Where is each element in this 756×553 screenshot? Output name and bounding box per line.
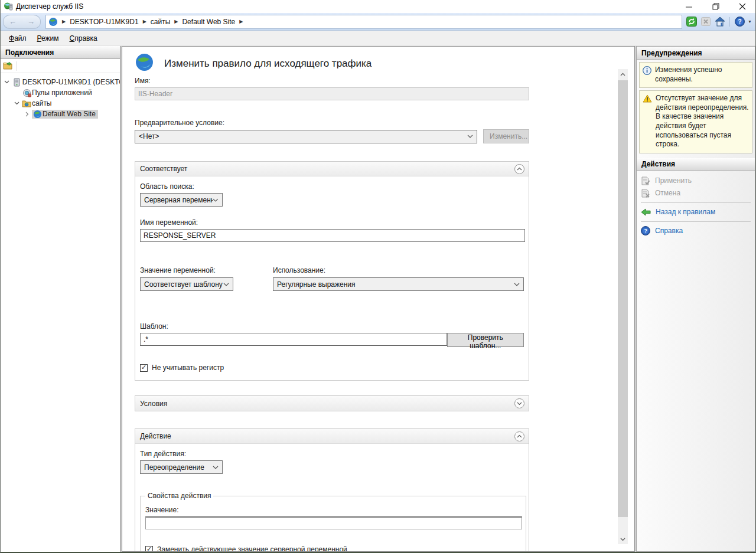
alert-warning: Отсутствует значение для действия переоп… xyxy=(639,90,752,153)
menu-bar: Файл Режим Справка xyxy=(1,31,755,46)
scope-select[interactable]: Серверная переменн xyxy=(140,193,223,207)
pattern-input[interactable] xyxy=(140,333,447,346)
variable-value-select[interactable]: Соответствует шаблону xyxy=(140,277,233,291)
svg-text:?: ? xyxy=(738,18,741,25)
restore-button[interactable] xyxy=(702,0,729,13)
breadcrumb[interactable]: ▶ DESKTOP-U1MK9D1 ▶ сайты ▶ Default Web … xyxy=(45,15,682,29)
tree-item-app-pools[interactable]: Пулы приложений xyxy=(1,87,120,98)
match-section-title: Соответствует xyxy=(140,165,187,173)
svg-text:?: ? xyxy=(644,228,647,234)
tree-item-default-web-site[interactable]: Default Web Site xyxy=(1,109,120,119)
chevron-up-icon xyxy=(517,167,522,171)
save-connection-icon[interactable] xyxy=(3,61,13,70)
help-icon: ? xyxy=(641,226,650,235)
action-section-title: Действие xyxy=(140,432,171,440)
edit-precondition-button: Изменить... xyxy=(483,129,529,143)
using-select[interactable]: Регулярные выражения xyxy=(273,277,524,291)
match-section-header[interactable]: Соответствует xyxy=(135,162,529,176)
chevron-down-icon xyxy=(517,402,522,405)
breadcrumb-separator-icon: ▶ xyxy=(62,19,66,24)
tree-item-sites[interactable]: сайты xyxy=(1,98,120,109)
page-header: Изменить правило для исходящего трафика xyxy=(135,53,618,72)
stop-icon xyxy=(701,17,711,26)
site-globe-icon xyxy=(32,110,43,119)
scrollbar-thumb[interactable] xyxy=(618,80,628,517)
close-icon xyxy=(739,3,746,10)
forward-icon[interactable]: → xyxy=(27,17,35,26)
application-pools-icon xyxy=(21,89,32,97)
refresh-icon xyxy=(686,17,697,27)
help-dropdown-icon[interactable]: ▼ xyxy=(748,19,752,24)
menu-file[interactable]: Файл xyxy=(4,32,31,44)
action-section: Действие Тип действия: Переопределение С… xyxy=(135,428,529,552)
precondition-select[interactable]: <Нет> xyxy=(135,130,477,143)
page-globe-icon xyxy=(135,53,154,72)
breadcrumb-item-site[interactable]: Default Web Site xyxy=(182,18,235,26)
minimize-button[interactable] xyxy=(676,0,702,13)
breadcrumb-item-sites[interactable]: сайты xyxy=(151,18,171,26)
replace-value-checkbox[interactable] xyxy=(145,546,153,552)
alerts-header: Предупреждения xyxy=(637,47,755,60)
scroll-up-button[interactable] xyxy=(618,69,628,79)
conditions-section-header[interactable]: Условия xyxy=(135,396,529,411)
value-label: Значение: xyxy=(145,506,522,514)
scroll-down-button[interactable] xyxy=(618,534,628,544)
connections-toolbar xyxy=(1,59,120,73)
chevron-right-icon[interactable] xyxy=(22,112,32,117)
back-icon[interactable]: ← xyxy=(9,17,17,26)
refresh-button[interactable] xyxy=(686,17,698,27)
chevron-down-icon xyxy=(620,538,625,541)
action-section-header[interactable]: Действие xyxy=(135,429,529,444)
actions-list: Применить Отмена Назад к п xyxy=(637,171,755,237)
cancel-action: Отмена xyxy=(637,187,755,199)
server-icon xyxy=(12,78,22,87)
precondition-label: Предварительное условие: xyxy=(135,119,618,127)
menu-help[interactable]: Справка xyxy=(65,32,102,44)
ignore-case-row[interactable]: Не учитывать регистр xyxy=(140,364,524,372)
right-panel: Предупреждения Изменения успешно сохране… xyxy=(636,46,755,552)
back-to-rules-label: Назад к правилам xyxy=(656,208,715,216)
actions-header: Действия xyxy=(637,158,755,171)
ignore-case-checkbox[interactable] xyxy=(140,364,148,372)
help-button[interactable]: ? xyxy=(734,17,745,27)
sites-folder-icon xyxy=(21,100,32,107)
name-input xyxy=(135,87,529,100)
collapse-section-button[interactable] xyxy=(514,164,524,174)
chevron-down-icon[interactable] xyxy=(12,102,21,105)
connections-panel: Подключения xyxy=(1,46,120,552)
expand-section-button[interactable] xyxy=(514,398,524,408)
back-to-rules-action[interactable]: Назад к правилам xyxy=(637,206,755,218)
home-button[interactable] xyxy=(714,17,726,27)
selected-tree-item[interactable]: Default Web Site xyxy=(32,110,98,119)
test-pattern-button[interactable]: Проверить шаблон... xyxy=(447,333,524,347)
action-type-select[interactable]: Переопределение xyxy=(140,460,223,474)
close-button[interactable] xyxy=(729,0,755,13)
cancel-label: Отмена xyxy=(655,189,680,197)
collapse-section-button[interactable] xyxy=(514,431,524,441)
help-label: Справка xyxy=(655,227,683,235)
chevron-up-icon xyxy=(517,434,522,438)
tree-item-server[interactable]: DESKTOP-U1MK9D1 (DESKTOP xyxy=(1,77,120,87)
chevron-down-icon xyxy=(514,283,520,286)
breadcrumb-separator-icon: ▶ xyxy=(143,19,146,24)
variable-name-input[interactable] xyxy=(140,229,525,242)
replace-value-row[interactable]: Заменить действующее значение серверной … xyxy=(145,545,522,552)
breadcrumb-item-server[interactable]: DESKTOP-U1MK9D1 xyxy=(70,18,138,26)
vertical-scrollbar[interactable] xyxy=(618,69,628,544)
replace-value-label: Заменить действующее значение серверной … xyxy=(157,545,347,552)
variable-value-value: Соответствует шаблону xyxy=(144,280,223,289)
address-bar: ← → ▶ DESKTOP-U1MK9D1 ▶ сайты ▶ Default … xyxy=(1,13,755,31)
back-arrow-icon xyxy=(641,208,651,216)
conditions-section: Условия xyxy=(135,395,529,411)
tree-item-label: Пулы приложений xyxy=(32,89,92,97)
chevron-down-icon[interactable] xyxy=(2,80,12,84)
tree-item-label: Default Web Site xyxy=(43,110,96,118)
toolbar-divider xyxy=(729,17,730,27)
connections-header: Подключения xyxy=(1,46,120,59)
menu-view[interactable]: Режим xyxy=(32,32,64,44)
iis-app-icon xyxy=(4,2,13,11)
value-input[interactable] xyxy=(145,516,522,529)
action-type-value: Переопределение xyxy=(144,463,204,472)
action-type-label: Тип действия: xyxy=(140,450,524,458)
help-action[interactable]: ? Справка xyxy=(637,225,755,237)
